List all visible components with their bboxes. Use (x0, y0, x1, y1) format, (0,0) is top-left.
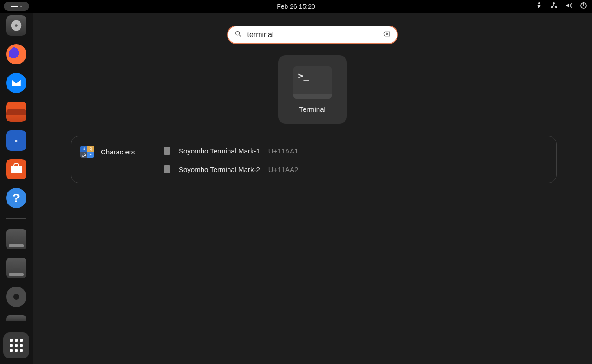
network-icon[interactable] (550, 2, 558, 11)
dock-app-files[interactable] (6, 102, 26, 122)
search-field[interactable] (227, 26, 398, 44)
dock-mount-cd[interactable] (6, 287, 26, 307)
svg-point-1 (553, 2, 555, 4)
dock-app-firefox[interactable] (6, 44, 26, 64)
volume-icon[interactable] (565, 2, 572, 11)
dock-app-help[interactable]: ? (6, 188, 26, 208)
dock-mount-drive-2[interactable] (6, 258, 26, 278)
terminal-icon: >_ (293, 66, 332, 99)
characters-label: Characters (101, 148, 135, 156)
character-code: U+11AA1 (268, 147, 299, 155)
dock-separator (6, 218, 26, 219)
dock-app-software[interactable] (6, 159, 26, 179)
search-result-app-terminal[interactable]: >_ Terminal (278, 55, 347, 124)
app-result-label: Terminal (299, 105, 325, 113)
svg-point-7 (15, 24, 18, 27)
dock-app-disks[interactable] (6, 15, 26, 36)
dock-mount-partial[interactable] (6, 315, 26, 321)
character-code: U+11AA2 (268, 166, 299, 173)
activities-button[interactable] (4, 2, 29, 11)
characters-app-icon: ةQش✦ (80, 146, 94, 158)
character-name: Soyombo Terminal Mark-2 (179, 166, 260, 173)
clear-search-icon[interactable] (383, 30, 390, 39)
power-icon[interactable] (580, 2, 587, 11)
top-bar: Feb 26 15:20 (0, 0, 592, 13)
activities-overview: >_ Terminal ةQش✦ Characters Soyombo Term… (33, 13, 592, 364)
dock-app-thunderbird[interactable] (6, 73, 26, 93)
svg-line-9 (239, 35, 241, 37)
character-result-row[interactable]: Soyombo Terminal Mark-1 U+11AA1 (164, 147, 298, 155)
dock: ≡ ? (0, 13, 33, 364)
dock-mount-drive-1[interactable] (6, 229, 26, 249)
characters-provider-header[interactable]: ةQش✦ Characters (80, 146, 155, 158)
glyph-icon (164, 147, 170, 155)
search-icon (234, 30, 242, 39)
clock[interactable]: Feb 26 15:20 (277, 3, 315, 10)
svg-point-8 (235, 32, 239, 35)
status-area[interactable] (535, 2, 587, 11)
svg-point-0 (538, 2, 540, 4)
show-apps-button[interactable] (3, 332, 29, 358)
dock-app-writer[interactable]: ≡ (6, 130, 26, 151)
accessibility-icon[interactable] (535, 2, 543, 11)
characters-results-section: ةQش✦ Characters Soyombo Terminal Mark-1 … (71, 136, 557, 183)
characters-result-list: Soyombo Terminal Mark-1 U+11AA1 Soyombo … (164, 146, 298, 173)
glyph-icon (164, 165, 170, 173)
search-input[interactable] (247, 31, 377, 39)
character-name: Soyombo Terminal Mark-1 (179, 147, 260, 155)
character-result-row[interactable]: Soyombo Terminal Mark-2 U+11AA2 (164, 165, 298, 173)
